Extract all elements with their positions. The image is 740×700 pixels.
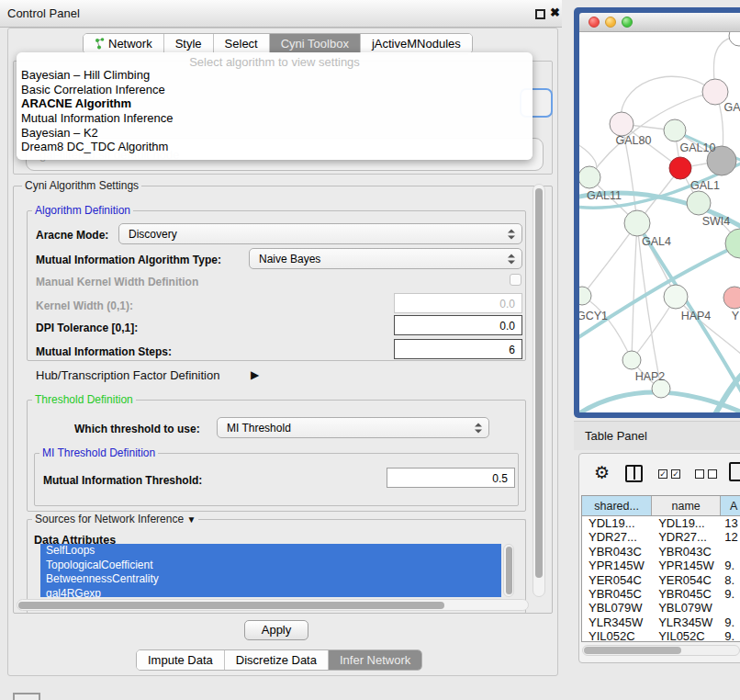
label-gal11: GAL11 — [587, 189, 622, 202]
algorithm-option-selected[interactable]: ARACNE Algorithm — [17, 96, 533, 111]
network-node-labels: GAL GAL80 GAL10 GAL1 GAL11 SWI4 GAL4 GCY… — [579, 101, 740, 383]
tab-cyni-toolbox[interactable]: Cyni Toolbox — [270, 34, 361, 53]
stepper-arrows-icon — [475, 423, 482, 433]
unchecked-checkbox-icon[interactable] — [695, 469, 704, 479]
network-tab-icon — [95, 38, 105, 50]
hub-tf-definition-label[interactable]: Hub/Transcription Factor Definition — [36, 368, 219, 382]
settings-horizontal-scrollbar[interactable] — [17, 599, 529, 611]
column-header-name[interactable]: name — [652, 496, 721, 515]
network-canvas[interactable]: GAL GAL80 GAL10 GAL1 GAL11 SWI4 GAL4 GCY… — [579, 32, 740, 412]
label-gcy1: GCY1 — [579, 310, 608, 322]
tab-infer-network[interactable]: Infer Network — [329, 650, 421, 670]
attribute-item-selected[interactable]: gal4RGexp — [40, 587, 501, 598]
threshold-definition-title: Threshold Definition — [32, 393, 136, 406]
cell: YBR045C — [652, 587, 721, 601]
table-row[interactable]: YBR045C YBR045C 9. — [582, 587, 740, 601]
tab-discretize-data-label: Discretize Data — [236, 653, 317, 667]
node-gal4[interactable] — [624, 210, 650, 236]
attribute-list-scrollbar[interactable] — [503, 544, 514, 597]
table-row[interactable]: YIL052C YIL052C 9. — [582, 629, 740, 642]
table-row[interactable]: YDL19... YDL19... 13 — [582, 516, 740, 530]
node-gcy1[interactable] — [579, 287, 591, 305]
new-table-icon[interactable] — [729, 462, 740, 481]
cell: YBR043C — [582, 545, 652, 559]
table-row[interactable]: YBR043C YBR043C — [582, 545, 740, 559]
expand-right-icon[interactable]: ▶ — [251, 368, 259, 381]
table-panel-header: Table Panel — [574, 421, 740, 450]
node-gal1-selected[interactable] — [669, 157, 691, 179]
node-gal80[interactable] — [610, 112, 633, 136]
tab-impute-data[interactable]: Impute Data — [137, 650, 225, 670]
node-hap2[interactable] — [622, 351, 641, 369]
tab-discretize-data[interactable]: Discretize Data — [225, 650, 329, 670]
gear-icon[interactable]: ⚙ — [594, 462, 610, 483]
settings-vertical-scrollbar-thumb[interactable] — [535, 188, 543, 578]
column-header-partial[interactable]: A — [721, 496, 740, 515]
mi-type-combo[interactable]: Naive Bayes — [249, 248, 522, 269]
algorithm-option[interactable]: Mutual Information Inference — [17, 111, 533, 126]
tab-style[interactable]: Style — [164, 34, 214, 53]
mac-zoom-button[interactable] — [622, 17, 633, 28]
network-window-titlebar[interactable] — [579, 13, 740, 32]
kernel-width-label: Kernel Width (0,1): — [36, 299, 133, 312]
table-panel-title: Table Panel — [585, 429, 647, 443]
cell: YPR145W — [652, 559, 721, 572]
table-row[interactable]: YLR345W YLR345W 9. — [582, 615, 740, 629]
node-gal11[interactable] — [579, 166, 600, 188]
node-partial-top[interactable] — [729, 32, 740, 46]
cell: YBL079W — [582, 601, 652, 615]
columns-icon[interactable] — [625, 465, 643, 482]
attribute-item-selected[interactable]: BetweennessCentrality — [40, 572, 501, 587]
attribute-item-selected[interactable]: SelfLoops — [40, 544, 501, 559]
mac-minimize-button[interactable] — [605, 17, 616, 28]
table-horizontal-scrollbar[interactable] — [582, 645, 740, 656]
algorithm-option[interactable]: Basic Correlation Inference — [17, 83, 533, 97]
column-header-shared-name[interactable]: shared... — [582, 496, 652, 515]
collapse-down-icon[interactable]: ▼ — [186, 514, 196, 525]
settings-horizontal-scrollbar-thumb[interactable] — [18, 602, 444, 609]
cell: 9. — [721, 587, 740, 601]
label-hap4: HAP4 — [681, 310, 712, 322]
node-gal10[interactable] — [664, 119, 686, 141]
application-root: Control Panel ✖ Network Style Select — [0, 0, 740, 700]
kernel-width-field[interactable]: 0.0 — [394, 293, 522, 313]
manual-kernel-checkbox[interactable] — [510, 274, 521, 286]
which-threshold-combo[interactable]: MI Threshold — [217, 417, 489, 438]
attribute-item-selected[interactable]: TopologicalCoefficient — [40, 559, 501, 573]
node-swi4[interactable] — [687, 191, 711, 215]
table-row[interactable]: YPR145W YPR145W 9. — [582, 559, 740, 572]
tab-jactivemnodules[interactable]: jActiveMNodules — [361, 34, 472, 53]
algorithm-option[interactable]: Bayesian – Hill Climbing — [17, 68, 533, 83]
settings-vertical-scrollbar[interactable] — [533, 184, 545, 597]
control-panel-titlebar: Control Panel ✖ — [0, 0, 562, 28]
unchecked-checkbox-icon[interactable] — [708, 469, 717, 479]
algorithm-option[interactable]: Dream8 DC_TDC Algorithm — [17, 140, 533, 154]
cell: YIL052C — [652, 629, 721, 642]
cell: 9. — [721, 629, 740, 642]
checked-checkbox-icon[interactable]: ✓ — [658, 469, 667, 479]
close-icon[interactable]: ✖ — [550, 6, 560, 19]
checked-checkbox-icon[interactable]: ✓ — [671, 469, 680, 479]
cell: YBR043C — [652, 545, 721, 559]
attribute-list-scrollbar-thumb[interactable] — [506, 547, 512, 594]
mi-steps-field[interactable]: 6 — [394, 339, 522, 359]
dpi-tolerance-field[interactable]: 0.0 — [394, 315, 522, 335]
apply-button[interactable]: Apply — [244, 620, 308, 640]
mi-threshold-field[interactable]: 0.5 — [387, 468, 515, 488]
tab-select[interactable]: Select — [214, 34, 270, 53]
table-row[interactable]: YBL079W YBL079W — [582, 601, 740, 615]
algorithm-option[interactable]: Bayesian – K2 — [17, 126, 533, 141]
table-panel-body: ⚙ ✓ ✓ shared... name A YDL19... YDL19...… — [578, 453, 740, 663]
tab-network[interactable]: Network — [84, 34, 164, 53]
float-window-icon[interactable] — [535, 9, 545, 19]
cell: YDL19... — [652, 516, 721, 530]
mac-close-button[interactable] — [589, 17, 600, 28]
table-horizontal-scrollbar-thumb[interactable] — [584, 647, 681, 654]
aracne-mode-combo[interactable]: Discovery — [118, 223, 522, 244]
table-row[interactable]: YER054C YER054C 8. — [582, 573, 740, 587]
dock-stub-icon[interactable] — [13, 693, 40, 700]
node-bright-green[interactable] — [725, 229, 740, 258]
node-hap4[interactable] — [664, 285, 688, 309]
node-y-partial[interactable] — [723, 287, 740, 309]
table-row[interactable]: YDR27... YDR27... 12 — [582, 530, 740, 544]
